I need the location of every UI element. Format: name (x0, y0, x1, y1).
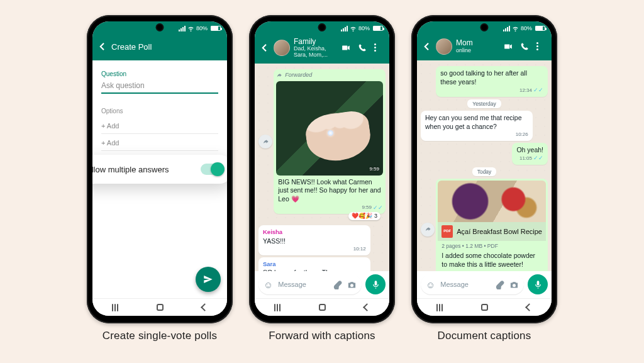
message-reactions[interactable]: ❤️🥰🎉 3 (348, 212, 380, 221)
forwarded-label: Forwarded (285, 72, 312, 79)
messages[interactable]: so good talking to her after all these y… (417, 60, 552, 271)
create-poll-header: Create Poll (92, 35, 227, 60)
phone-frame: 80% Create Poll Question Ask question Op… (87, 15, 233, 323)
column-poll: 80% Create Poll Question Ask question Op… (87, 15, 233, 342)
chat-header[interactable]: Family Dad, Keisha, Sara, Mom,... (255, 35, 389, 64)
battery-pct: 80% (196, 25, 208, 31)
msg-text: Hey can you send me that recipe when you… (425, 114, 522, 130)
caption-forward: Forward with captions (269, 330, 375, 342)
document-row[interactable]: PDF Açaí Breakfast Bowl Recipe (438, 222, 546, 241)
send-poll-button[interactable] (196, 267, 221, 292)
feature-showcase: 80% Create Poll Question Ask question Op… (0, 0, 644, 346)
mic-icon (371, 280, 380, 289)
nav-back-icon[interactable] (363, 303, 371, 311)
chat-title-block: Mom online (456, 39, 500, 53)
voice-call-icon[interactable] (358, 43, 367, 52)
attachment-icon[interactable] (495, 280, 504, 289)
poll-body: Question Ask question Options + Add + Ad… (92, 60, 227, 298)
battery-pct: 80% (358, 25, 370, 31)
nav-recents-icon[interactable] (274, 304, 280, 311)
android-nav-bar (417, 298, 552, 316)
incoming-message[interactable]: SaraSO happy for them. They are perfect … (258, 257, 370, 271)
back-button[interactable] (96, 41, 108, 52)
add-option-1[interactable]: + Add (101, 117, 218, 134)
wifi-icon (350, 25, 357, 32)
question-input[interactable]: Ask question (101, 77, 218, 94)
battery-pct: 80% (521, 25, 532, 31)
message-input[interactable]: ☺ Message (421, 274, 524, 294)
chat-area: so good talking to her after all these y… (417, 60, 552, 298)
attachment-icon[interactable] (333, 280, 342, 289)
chat-name: Mom (456, 39, 500, 47)
incoming-message[interactable]: KeishaYASS!!!10:12 (258, 225, 370, 255)
voice-call-icon[interactable] (520, 42, 529, 51)
video-call-icon[interactable] (504, 42, 513, 51)
signal-icon (179, 26, 186, 31)
screen-poll: 80% Create Poll Question Ask question Op… (92, 21, 227, 316)
chat-subtitle: Dad, Keisha, Sara, Mom,... (294, 46, 338, 59)
nav-home-icon[interactable] (157, 304, 164, 311)
photo-timestamp: 9:59 (369, 166, 379, 172)
arrow-left-icon (96, 41, 108, 52)
forwarded-photo[interactable]: 9:59 (276, 81, 383, 176)
android-nav-bar (255, 298, 389, 316)
messages[interactable]: Forwarded 9:59 BIG NEWS!! Look what Carm… (255, 64, 389, 271)
outgoing-message[interactable]: so good talking to her after all these y… (436, 66, 548, 97)
camera-icon[interactable] (347, 280, 357, 289)
mic-button[interactable] (365, 274, 386, 294)
outgoing-message[interactable]: Oh yeah! 11:05✓✓ (512, 143, 548, 165)
add-option-2[interactable]: + Add (101, 134, 218, 151)
nav-home-icon[interactable] (481, 304, 488, 311)
signal-icon (503, 26, 510, 31)
document-message[interactable]: PDF Açaí Breakfast Bowl Recipe 2 pages •… (436, 179, 548, 271)
nav-back-icon[interactable] (201, 303, 209, 311)
chat-area: Forwarded 9:59 BIG NEWS!! Look what Carm… (255, 64, 389, 298)
read-ticks-icon: ✓✓ (533, 87, 543, 94)
message-placeholder: Message (440, 281, 490, 288)
msg-time: 10:12 (353, 246, 366, 252)
emoji-icon[interactable]: ☺ (264, 279, 273, 290)
sender-name: Sara (263, 260, 366, 268)
mic-button[interactable] (528, 274, 548, 294)
forward-arrow-icon (276, 72, 282, 79)
phone-frame: 80% Family Dad, Keisha, Sara, Mom,... (249, 15, 395, 323)
allow-multiple-label: Allow multiple answers (92, 165, 169, 174)
signal-icon (341, 26, 348, 31)
share-icon (262, 138, 269, 145)
chat-status: online (456, 48, 500, 54)
composer: ☺ Message (417, 271, 552, 298)
battery-icon (211, 26, 221, 31)
allow-multiple-toggle[interactable] (201, 164, 223, 175)
document-thumbnail (438, 181, 546, 222)
nav-recents-icon[interactable] (436, 304, 443, 311)
phone-frame: 80% Mom online (411, 15, 557, 323)
share-button[interactable] (421, 223, 435, 237)
message-placeholder: Message (278, 281, 328, 288)
nav-back-icon[interactable] (525, 303, 533, 311)
msg-text: YASS!!! (263, 237, 286, 245)
screen-forward: 80% Family Dad, Keisha, Sara, Mom,... (255, 21, 389, 316)
more-menu-icon[interactable] (536, 42, 545, 51)
camera-icon[interactable] (509, 280, 519, 289)
phone-camera (157, 25, 163, 30)
back-button[interactable] (421, 41, 432, 52)
emoji-icon[interactable]: ☺ (426, 279, 435, 290)
nav-home-icon[interactable] (319, 304, 326, 311)
read-ticks-icon: ✓✓ (533, 271, 543, 271)
more-menu-icon[interactable] (374, 43, 383, 52)
android-nav-bar (92, 298, 227, 316)
options-label: Options (101, 108, 218, 114)
video-call-icon[interactable] (341, 43, 350, 52)
phone-camera (319, 25, 325, 30)
nav-recents-icon[interactable] (112, 304, 118, 311)
phone-camera (482, 25, 487, 30)
share-button[interactable] (258, 135, 272, 148)
incoming-message[interactable]: Hey can you send me that recipe when you… (421, 111, 533, 141)
message-input[interactable]: ☺ Message (258, 274, 362, 294)
screen-document: 80% Mom online (417, 21, 552, 316)
header-title: Create Poll (111, 42, 223, 52)
pdf-icon: PDF (441, 225, 453, 238)
chat-header[interactable]: Mom online (417, 35, 552, 60)
forwarded-message[interactable]: Forwarded 9:59 BIG NEWS!! Look what Carm… (274, 69, 386, 214)
back-button[interactable] (258, 42, 270, 53)
